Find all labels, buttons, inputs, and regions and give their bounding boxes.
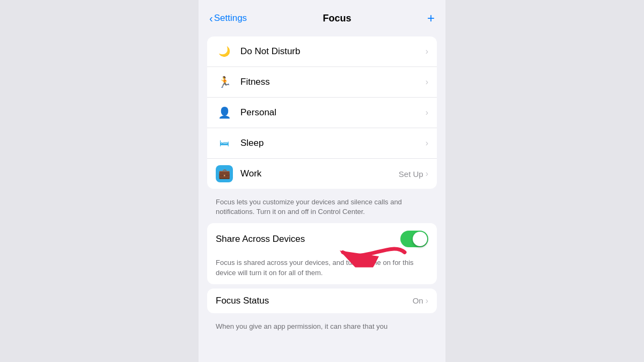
- sleep-item[interactable]: 🛏 Sleep ›: [207, 128, 437, 159]
- focus-status-label: Focus Status: [216, 295, 413, 306]
- add-focus-button[interactable]: +: [427, 11, 435, 26]
- toggle-knob: [413, 232, 427, 246]
- share-across-description: Focus is shared across your devices, and…: [207, 255, 437, 284]
- share-across-toggle[interactable]: [400, 231, 428, 247]
- share-across-label: Share Across Devices: [216, 234, 400, 245]
- page-title: Focus: [323, 13, 352, 24]
- personal-icon-container: 👤: [216, 104, 233, 121]
- focus-status-right: On ›: [413, 296, 428, 306]
- personal-label: Personal: [240, 107, 426, 118]
- work-icon: 💼: [218, 168, 230, 180]
- personal-item[interactable]: 👤 Personal ›: [207, 98, 437, 128]
- chevron-icon: ›: [426, 108, 428, 117]
- work-setup-label: Set Up: [399, 169, 423, 179]
- chevron-icon: ›: [426, 296, 428, 306]
- nav-bar: ‹ Settings Focus +: [199, 0, 445, 32]
- work-label: Work: [240, 168, 399, 179]
- focus-description: Focus lets you customize your devices an…: [207, 193, 437, 223]
- focus-status-row[interactable]: Focus Status On ›: [207, 289, 437, 313]
- work-icon-container: 💼: [216, 165, 233, 182]
- fitness-item[interactable]: 🏃 Fitness ›: [207, 67, 437, 98]
- focus-status-description: When you give an app permission, it can …: [207, 317, 437, 334]
- bed-icon: 🛏: [219, 138, 229, 149]
- do-not-disturb-icon-container: 🌙: [216, 43, 233, 60]
- phone-container: ‹ Settings Focus + 🌙 Do Not Disturb › �: [199, 0, 445, 362]
- fitness-right: ›: [426, 77, 428, 87]
- moon-icon: 🌙: [218, 46, 230, 57]
- personal-right: ›: [426, 108, 428, 117]
- sleep-icon-container: 🛏: [216, 135, 233, 152]
- do-not-disturb-right: ›: [426, 47, 428, 56]
- back-button[interactable]: ‹ Settings: [209, 12, 247, 25]
- sleep-right: ›: [426, 138, 428, 148]
- back-label: Settings: [214, 13, 247, 24]
- fitness-icon-container: 🏃: [216, 73, 233, 91]
- chevron-icon: ›: [426, 138, 428, 148]
- focus-status-card: Focus Status On ›: [207, 289, 437, 313]
- chevron-icon: ›: [426, 169, 428, 179]
- work-right: Set Up ›: [399, 169, 428, 179]
- person-icon: 👤: [218, 106, 231, 119]
- do-not-disturb-item[interactable]: 🌙 Do Not Disturb ›: [207, 36, 437, 67]
- back-chevron-icon: ‹: [209, 12, 213, 25]
- chevron-icon: ›: [426, 47, 428, 56]
- run-icon: 🏃: [218, 76, 231, 88]
- chevron-icon: ›: [426, 77, 428, 87]
- sleep-label: Sleep: [240, 138, 426, 149]
- share-across-card: Share Across Devices: [207, 223, 437, 284]
- share-across-row: Share Across Devices: [207, 223, 437, 255]
- content-area: 🌙 Do Not Disturb › 🏃 Fitness ›: [199, 32, 445, 362]
- work-item[interactable]: 💼 Work Set Up ›: [207, 159, 437, 189]
- focus-modes-card: 🌙 Do Not Disturb › 🏃 Fitness ›: [207, 36, 437, 189]
- focus-status-value: On: [413, 296, 423, 305]
- do-not-disturb-label: Do Not Disturb: [240, 46, 426, 57]
- fitness-label: Fitness: [240, 77, 426, 87]
